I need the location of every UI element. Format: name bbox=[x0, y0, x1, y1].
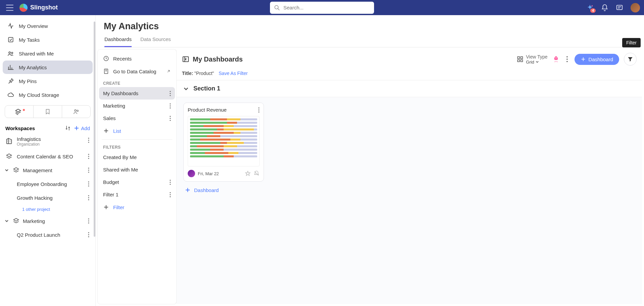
more-icon[interactable] bbox=[87, 231, 91, 239]
star-icon[interactable] bbox=[245, 170, 251, 177]
filter-filter-1[interactable]: Filter 1 bbox=[99, 188, 175, 201]
catalog-icon bbox=[103, 68, 109, 74]
svg-point-37 bbox=[170, 118, 171, 119]
global-search[interactable] bbox=[270, 2, 374, 14]
bell-off-icon[interactable] bbox=[254, 170, 260, 177]
workspace-infragistics[interactable]: InfragisticsOrganization bbox=[3, 133, 93, 149]
svg-point-44 bbox=[170, 196, 171, 197]
more-icon[interactable] bbox=[87, 217, 91, 225]
svg-point-23 bbox=[88, 220, 89, 221]
collapse-panel-icon[interactable] bbox=[182, 55, 189, 63]
svg-point-42 bbox=[170, 192, 171, 193]
add-list-button[interactable]: List bbox=[99, 124, 175, 137]
dashboard-preview bbox=[188, 116, 260, 166]
add-workspace-button[interactable]: Add bbox=[74, 125, 90, 131]
filter-button[interactable] bbox=[624, 53, 637, 66]
nav-shared-with-me[interactable]: Shared with Me bbox=[3, 47, 93, 60]
svg-point-22 bbox=[88, 218, 89, 219]
svg-rect-46 bbox=[517, 57, 519, 59]
svg-point-43 bbox=[170, 194, 171, 195]
nav-my-analytics[interactable]: My Analytics bbox=[3, 61, 93, 74]
rocket-icon[interactable] bbox=[552, 55, 560, 63]
layers-icon bbox=[13, 167, 19, 174]
search-input[interactable] bbox=[283, 5, 370, 10]
svg-point-12 bbox=[88, 158, 89, 159]
tab-data-sources[interactable]: Data Sources bbox=[140, 36, 171, 47]
mini-tab-layers[interactable] bbox=[5, 106, 34, 118]
more-icon[interactable] bbox=[170, 103, 171, 109]
more-icon[interactable] bbox=[87, 180, 91, 188]
save-as-filter-link[interactable]: Save As Filter bbox=[219, 71, 247, 76]
nav-sales[interactable]: Sales bbox=[99, 112, 175, 124]
sort-icon[interactable] bbox=[65, 125, 71, 131]
grid-icon bbox=[517, 56, 523, 63]
notifications-icon[interactable] bbox=[601, 4, 608, 11]
workspace-growth-hacking[interactable]: Growth Hacking bbox=[3, 191, 93, 204]
svg-point-25 bbox=[88, 232, 89, 233]
workspace-q2-product-launch[interactable]: Q2 Product Launch bbox=[3, 228, 93, 241]
active-filter-bar: Title: "Product" Save As Filter bbox=[177, 69, 642, 80]
menu-icon[interactable] bbox=[4, 3, 15, 13]
user-avatar[interactable] bbox=[631, 3, 640, 12]
add-filter-button[interactable]: Filter bbox=[99, 201, 175, 214]
mini-tab-bookmark[interactable] bbox=[34, 106, 62, 118]
nav-label: My Cloud Storage bbox=[19, 92, 59, 98]
view-type-selector[interactable]: View Type Grid bbox=[517, 54, 548, 65]
more-icon[interactable] bbox=[170, 180, 171, 185]
app-logo[interactable]: Slingshot bbox=[19, 4, 58, 12]
nav-my-pins[interactable]: My Pins bbox=[3, 74, 93, 88]
search-icon bbox=[274, 5, 280, 11]
workspace-content-calendar[interactable]: Content Calendar & SEO bbox=[3, 150, 93, 163]
layers-icon bbox=[5, 153, 13, 160]
svg-point-21 bbox=[88, 199, 89, 200]
tab-dashboards[interactable]: Dashboards bbox=[104, 36, 132, 47]
ai-spark-icon[interactable]: 4 bbox=[586, 4, 594, 11]
svg-point-4 bbox=[11, 52, 13, 53]
pane-more-icon[interactable] bbox=[564, 54, 570, 64]
caret-down-icon bbox=[5, 219, 9, 223]
more-icon[interactable] bbox=[170, 91, 171, 96]
svg-point-7 bbox=[88, 138, 89, 139]
shared-icon bbox=[7, 50, 14, 57]
more-icon[interactable] bbox=[87, 152, 91, 160]
nav-my-cloud-storage[interactable]: My Cloud Storage bbox=[3, 88, 93, 102]
more-icon[interactable] bbox=[87, 136, 91, 144]
more-icon[interactable] bbox=[87, 194, 91, 202]
workspace-marketing[interactable]: Marketing bbox=[3, 214, 93, 228]
filter-created-by-me[interactable]: Created By Me bbox=[99, 151, 175, 163]
workspaces-label: Workspaces bbox=[5, 125, 35, 131]
workspace-management[interactable]: Management bbox=[3, 163, 93, 177]
svg-point-27 bbox=[88, 236, 89, 237]
mini-tab-people[interactable] bbox=[62, 106, 90, 118]
filter-budget[interactable]: Budget bbox=[99, 176, 175, 188]
dashboard-card[interactable]: Product Revenue bbox=[183, 103, 264, 182]
card-title: Product Revenue bbox=[188, 107, 227, 113]
workspace-employee-onboarding[interactable]: Employee Onboarding bbox=[3, 177, 93, 191]
nav-my-tasks[interactable]: My Tasks bbox=[3, 33, 93, 46]
svg-point-50 bbox=[555, 58, 556, 59]
svg-point-40 bbox=[170, 182, 171, 183]
more-icon[interactable] bbox=[87, 166, 91, 174]
more-icon[interactable] bbox=[170, 192, 171, 197]
svg-point-36 bbox=[170, 116, 171, 117]
svg-point-26 bbox=[88, 234, 89, 235]
filter-shared-with-me[interactable]: Shared with Me bbox=[99, 163, 175, 176]
more-icon[interactable] bbox=[170, 116, 171, 121]
nav-marketing[interactable]: Marketing bbox=[99, 100, 175, 112]
analytics-icon bbox=[7, 64, 14, 71]
add-dashboard-link[interactable]: Dashboard bbox=[183, 182, 635, 198]
svg-point-16 bbox=[88, 181, 89, 182]
nav-my-overview[interactable]: My Overview bbox=[3, 19, 93, 33]
logo-badge-icon bbox=[19, 4, 28, 12]
nav-my-dashboards[interactable]: My Dashboards bbox=[99, 87, 175, 100]
chat-icon[interactable] bbox=[616, 4, 623, 11]
section-header[interactable]: Section 1 bbox=[177, 80, 642, 97]
new-dashboard-button[interactable]: Dashboard bbox=[574, 54, 619, 65]
svg-point-14 bbox=[88, 169, 89, 170]
nav-data-catalog[interactable]: Go to Data Catalog bbox=[99, 65, 175, 78]
sidebar-scrollbar[interactable] bbox=[94, 22, 95, 237]
nav-recents[interactable]: Recents bbox=[99, 52, 175, 65]
other-projects-link[interactable]: 1 other project bbox=[3, 205, 93, 214]
card-more-icon[interactable] bbox=[258, 107, 260, 113]
card-date: Fri, Mar 22 bbox=[198, 171, 242, 176]
